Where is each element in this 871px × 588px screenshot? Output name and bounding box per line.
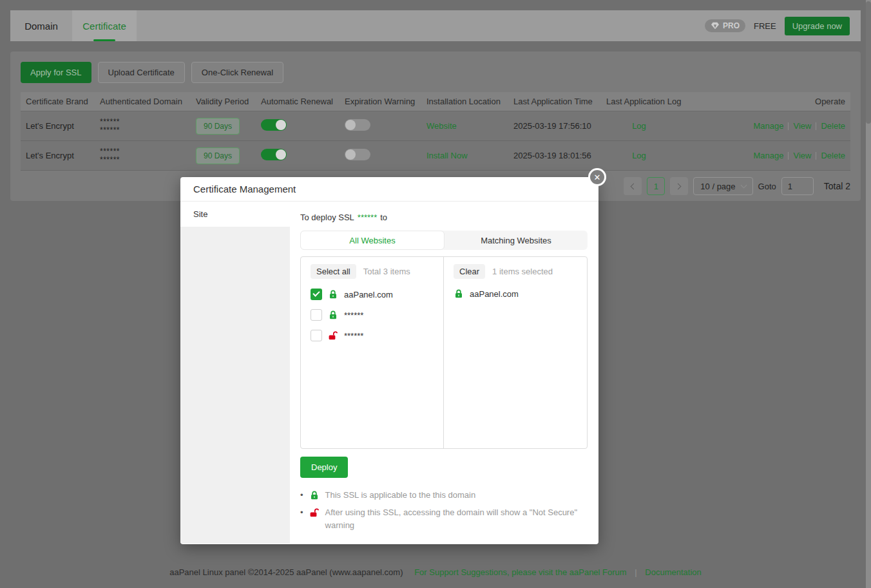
note-text: After using this SSL, accessing the doma… (325, 506, 588, 532)
view-link[interactable]: View (793, 151, 811, 160)
current-page-button[interactable]: 1 (647, 177, 665, 195)
last-application-log-cell: Log (601, 121, 677, 131)
operate-cell: Manage View Delete (677, 121, 850, 131)
divider (816, 122, 816, 130)
deploy-text-prefix: To deploy SSL (300, 213, 354, 222)
divider (788, 122, 789, 130)
page-size-select[interactable]: 10 / page (693, 177, 752, 195)
header-right-controls: PRO FREE Upgrade now (705, 10, 861, 41)
delete-link[interactable]: Delete (821, 121, 845, 131)
one-click-renewal-button[interactable]: One-Click Renewal (191, 62, 283, 83)
modal-title: Certificate Management (180, 177, 598, 202)
secure-lock-icon (328, 310, 338, 320)
expiration-warning-toggle[interactable] (345, 149, 370, 160)
secure-lock-icon (309, 490, 320, 500)
toggle-knob (345, 149, 356, 160)
divider (816, 152, 816, 160)
checkbox-unchecked[interactable] (311, 330, 322, 341)
column-header-expiration-warning: Expiration Warning (340, 97, 421, 106)
documentation-link[interactable]: Documentation (645, 567, 701, 577)
chevron-left-icon (631, 183, 637, 189)
column-header-last-application-log: Last Application Log (601, 97, 677, 106)
clear-button[interactable]: Clear (454, 264, 485, 279)
bullet: • (300, 489, 303, 502)
installation-location-cell: Install Now (421, 151, 508, 160)
manage-link[interactable]: Manage (753, 151, 783, 160)
insecure-lock-icon (328, 330, 338, 341)
page-size-value: 10 / page (700, 182, 735, 191)
column-header-automatic-renewal: Automatic Renewal (256, 97, 340, 106)
toggle-knob (276, 120, 286, 130)
deploy-description: To deploy SSL ****** to (300, 213, 588, 222)
modal-content: To deploy SSL ****** to All Websites Mat… (290, 202, 598, 544)
site-label: ****** (344, 331, 363, 341)
note-secure: • This SSL is applicable to the this dom… (300, 489, 588, 502)
column-header-authenticated-domain: Authenticated Domain (95, 97, 191, 106)
certificate-toolbar: Apply for SSL Upload Certificate One-Cli… (21, 62, 850, 83)
certificate-brand-cell: Let's Encrypt (21, 121, 95, 131)
checkbox-checked[interactable] (311, 289, 322, 300)
install-now-link[interactable]: Install Now (426, 151, 468, 160)
secure-lock-icon (328, 289, 338, 299)
validity-badge: 90 Days (196, 147, 240, 164)
sidebar-item-site[interactable]: Site (180, 202, 290, 227)
tab-all-websites[interactable]: All Websites (300, 231, 445, 250)
automatic-renewal-cell (256, 149, 340, 162)
column-header-last-application-time: Last Application Time (508, 97, 601, 106)
manage-link[interactable]: Manage (753, 121, 783, 131)
list-item: ****** (311, 309, 434, 321)
pagination: 1 10 / page Goto Total 2 (624, 177, 850, 195)
table-row: Let's Encrypt ****** ****** 90 Days Webs… (21, 111, 850, 141)
tab-matching-websites[interactable]: Matching Websites (445, 231, 588, 250)
table-row: Let's Encrypt ****** ****** 90 Days Inst… (21, 141, 850, 171)
website-transfer: Select all Total 3 items aaPanel.com (300, 256, 588, 449)
bullet: • (300, 506, 303, 519)
log-link[interactable]: Log (632, 151, 646, 160)
authenticated-domain-cell: ****** ****** (95, 147, 191, 164)
apply-for-ssl-button[interactable]: Apply for SSL (21, 62, 91, 83)
goto-page-input[interactable] (781, 177, 814, 195)
last-application-time-cell: 2025-03-19 18:01:56 (508, 151, 601, 160)
next-page-button[interactable] (670, 177, 688, 195)
expiration-warning-toggle[interactable] (345, 119, 370, 131)
footer-divider: | (635, 567, 636, 577)
tab-certificate[interactable]: Certificate (72, 10, 137, 41)
column-header-operate: Operate (677, 97, 850, 106)
column-header-certificate-brand: Certificate Brand (21, 97, 95, 106)
toggle-knob (345, 120, 356, 130)
tab-domain[interactable]: Domain (10, 10, 72, 41)
note-insecure: • After using this SSL, accessing the do… (300, 506, 588, 532)
upgrade-now-button[interactable]: Upgrade now (785, 17, 850, 35)
checkbox-unchecked[interactable] (311, 309, 322, 321)
installation-location-cell: Website (421, 121, 508, 131)
page: Domain Certificate PRO FREE Upgrade now … (0, 0, 871, 588)
automatic-renewal-toggle[interactable] (261, 149, 287, 160)
target-list: aaPanel.com (454, 289, 577, 299)
scrollbar-track[interactable] (866, 0, 871, 588)
pro-badge[interactable]: PRO (705, 19, 745, 32)
support-forum-link[interactable]: For Support Suggestions, please visit th… (414, 567, 627, 577)
close-button[interactable]: ✕ (588, 168, 606, 186)
insecure-lock-icon (309, 507, 320, 518)
target-panel-header: Clear 1 items selected (454, 264, 577, 279)
source-panel: Select all Total 3 items aaPanel.com (301, 257, 444, 448)
validity-badge: 90 Days (196, 118, 240, 135)
scrollbar-thumb[interactable] (866, 1, 871, 124)
automatic-renewal-toggle[interactable] (261, 119, 287, 131)
upload-certificate-button[interactable]: Upload Certificate (98, 62, 185, 83)
close-icon: ✕ (594, 173, 601, 182)
column-header-installation-location: Installation Location (421, 97, 508, 106)
log-link[interactable]: Log (632, 121, 646, 131)
chevron-right-icon (675, 183, 682, 189)
tab-certificate-label: Certificate (82, 21, 126, 32)
note-text: This SSL is applicable to the this domai… (325, 489, 476, 502)
target-panel: Clear 1 items selected aaPanel.com (444, 257, 587, 448)
previous-page-button[interactable] (624, 177, 642, 195)
deploy-button[interactable]: Deploy (300, 457, 348, 478)
expiration-warning-cell (340, 119, 421, 133)
select-all-button[interactable]: Select all (311, 264, 356, 279)
source-list: aaPanel.com ****** ****** (311, 289, 434, 341)
view-link[interactable]: View (793, 121, 811, 131)
delete-link[interactable]: Delete (821, 151, 845, 160)
installation-location-link[interactable]: Website (426, 121, 457, 131)
